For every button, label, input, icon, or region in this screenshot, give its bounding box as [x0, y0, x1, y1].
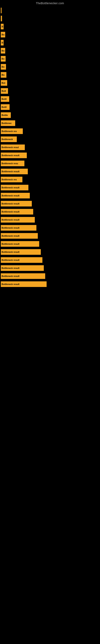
site-title: TheBottlenecker.com: [0, 0, 100, 6]
bar-20: Bottleneck result: [1, 169, 28, 174]
bar-label-9: Bot: [1, 82, 5, 84]
bar-row: Bottleneck result: [0, 201, 100, 206]
bar-label-26: Bottleneck result: [1, 218, 19, 221]
bar-21: Bottleneck res: [1, 177, 22, 182]
bar-label-15: Bottleneck res: [1, 130, 17, 132]
bar-row: Bottleneck result: [0, 225, 100, 231]
bar-31: Bottleneck result: [1, 257, 42, 263]
bar-row: Bo: [0, 64, 100, 70]
bar-row: Bo: [0, 72, 100, 78]
bar-22: Bottleneck result: [1, 185, 28, 190]
bar-label-2: B: [1, 25, 3, 28]
bar-4: B: [1, 40, 3, 46]
bar-10: Bott: [1, 88, 8, 94]
bar-0: [1, 8, 1, 13]
bar-33: Bottleneck result: [1, 273, 45, 279]
bar-row: Bottleneck result: [0, 241, 100, 247]
bar-label-14: Bottlenec: [1, 122, 12, 124]
bar-24: Bottleneck result: [1, 201, 32, 206]
bar-29: Bottleneck result: [1, 241, 39, 247]
bar-row: Bottleneck result: [0, 281, 100, 287]
bar-30: Bottleneck result: [1, 249, 41, 255]
bar-12: Bottl: [1, 104, 10, 110]
bar-label-24: Bottleneck result: [1, 202, 19, 205]
bar-label-25: Bottleneck result: [1, 210, 19, 213]
bar-row: [0, 16, 100, 21]
bar-row: Bottleneck result: [0, 193, 100, 198]
bar-34: Bottleneck result: [1, 281, 47, 287]
bar-label-34: Bottleneck result: [1, 283, 19, 285]
bar-label-13: Bottle: [1, 114, 8, 116]
bar-label-3: Bo: [1, 34, 4, 36]
bar-11: Bottl: [1, 96, 9, 102]
bar-label-28: Bottleneck result: [1, 235, 19, 237]
bar-row: Bottleneck result: [0, 169, 100, 174]
bar-label-21: Bottleneck res: [1, 178, 17, 181]
bar-7: Bo: [1, 64, 6, 70]
bar-18: Bottleneck result: [1, 152, 27, 158]
bar-label-30: Bottleneck result: [1, 251, 19, 253]
bar-label-12: Bottl: [1, 106, 7, 108]
bar-row: Bottl: [0, 104, 100, 110]
bar-label-19: Bottleneck resu: [1, 162, 18, 164]
bar-3: Bo: [1, 32, 5, 38]
bar-row: Bot: [0, 80, 100, 86]
bar-label-18: Bottleneck result: [1, 154, 19, 156]
bar-row: B: [0, 40, 100, 46]
bar-32: Bottleneck result: [1, 265, 44, 271]
bar-label-5: Bo: [1, 50, 4, 52]
bar-1: [1, 16, 2, 21]
bar-28: Bottleneck result: [1, 233, 38, 239]
bar-row: [0, 8, 100, 13]
bar-row: Bottleneck resul: [0, 144, 100, 150]
bar-25: Bottleneck result: [1, 209, 33, 214]
bar-label-11: Bottl: [1, 98, 7, 100]
bar-row: Bottleneck res: [0, 128, 100, 134]
bar-row: Bottl: [0, 96, 100, 102]
bar-27: Bottleneck result: [1, 225, 36, 231]
bar-5: Bo: [1, 48, 5, 54]
bar-label-20: Bottleneck result: [1, 170, 19, 173]
bar-6: Bo: [1, 56, 6, 62]
bar-label-6: Bo: [1, 58, 4, 60]
bar-label-23: Bottleneck result: [1, 194, 19, 197]
bar-row: Bott: [0, 88, 100, 94]
bar-16: Bottleneck: [1, 136, 17, 142]
bar-row: Bottlenec: [0, 120, 100, 126]
bar-label-29: Bottleneck result: [1, 243, 19, 245]
bar-8: Bo: [1, 72, 6, 78]
bar-14: Bottlenec: [1, 120, 15, 126]
bar-19: Bottleneck resu: [1, 160, 24, 166]
bar-row: Bottleneck result: [0, 185, 100, 190]
bar-row: Bottleneck result: [0, 152, 100, 158]
bar-label-17: Bottleneck resul: [1, 146, 19, 148]
bar-row: Bo: [0, 56, 100, 62]
bar-row: B: [0, 24, 100, 30]
bar-label-4: B: [1, 42, 3, 44]
bar-label-27: Bottleneck result: [1, 226, 19, 229]
bar-label-32: Bottleneck result: [1, 267, 19, 269]
bar-9: Bot: [1, 80, 7, 86]
bar-row: Bottleneck result: [0, 257, 100, 263]
bar-17: Bottleneck resul: [1, 144, 25, 150]
bar-13: Bottle: [1, 112, 11, 118]
bar-row: Bottleneck result: [0, 217, 100, 222]
bar-row: Bo: [0, 48, 100, 54]
bar-23: Bottleneck result: [1, 193, 30, 198]
bar-26: Bottleneck result: [1, 217, 35, 222]
bar-2: B: [1, 24, 3, 30]
bar-label-16: Bottleneck: [1, 138, 13, 140]
bar-label-33: Bottleneck result: [1, 275, 19, 277]
bar-label-31: Bottleneck result: [1, 259, 19, 261]
bar-label-7: Bo: [1, 66, 4, 68]
bar-row: Bottle: [0, 112, 100, 118]
bar-label-10: Bott: [1, 90, 6, 92]
bar-15: Bottleneck res: [1, 128, 23, 134]
bar-label-8: Bo: [1, 74, 4, 76]
bar-row: Bottleneck result: [0, 273, 100, 279]
bar-label-22: Bottleneck result: [1, 186, 19, 189]
bars-container: BBoBBoBoBoBoBotBottBottlBottlBottleBottl…: [0, 6, 100, 292]
bar-row: Bottleneck result: [0, 249, 100, 255]
bar-row: Bottleneck res: [0, 177, 100, 182]
bar-row: Bottleneck result: [0, 209, 100, 214]
